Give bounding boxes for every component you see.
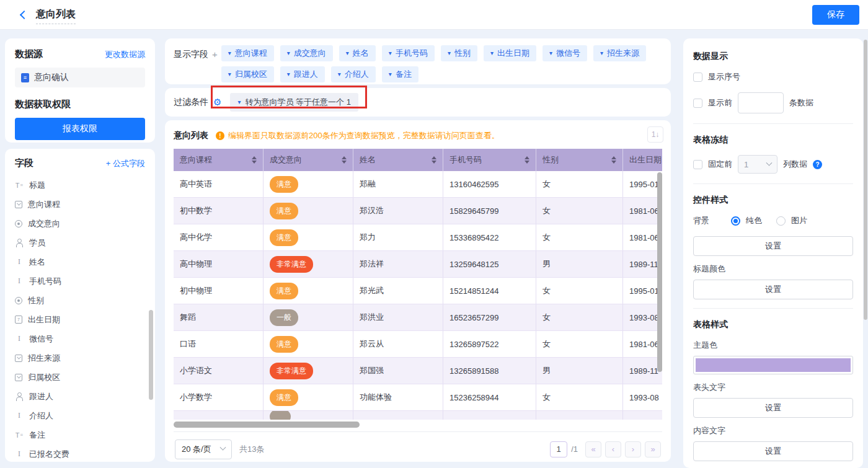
field-label: 手机号码 [29,276,61,287]
column-header-name[interactable]: 姓名 [353,149,443,171]
cell-gender: 女 [536,331,623,357]
field-item-remark[interactable]: 备注 [15,425,145,444]
display-tag-birthdate[interactable]: ▾出生日期 [484,45,536,61]
field-item-campus[interactable]: 归属校区 [15,368,145,387]
sort-arrows-icon[interactable] [525,156,529,164]
table-horizontal-scrollbar[interactable] [174,422,360,428]
field-item-birthdate[interactable]: 出生日期 [15,310,145,329]
tag-label: 性别 [454,48,471,59]
display-tag-remark[interactable]: ▾备注 [382,66,418,82]
cell-gender: 女 [536,224,623,250]
title-field-icon [15,181,24,190]
field-item-title[interactable]: 标题 [15,175,145,195]
display-tag-name[interactable]: ▾姓名 [339,45,376,61]
table-row: 高中物理 非常满意 郑法祥 13259648125 男 1989-11 [174,251,662,278]
field-label: 招生来源 [28,353,60,364]
field-label: 意向课程 [28,199,60,210]
add-display-field-button[interactable]: + [212,49,218,77]
row-limit-input[interactable] [738,92,784,113]
first-page-button[interactable]: « [585,441,601,457]
current-page-input[interactable]: 1 [550,441,567,457]
freeze-count-select[interactable]: 1 [738,155,777,174]
last-page-button[interactable]: » [645,441,661,457]
sort-arrows-icon[interactable] [342,156,347,164]
input-field-icon [15,450,24,459]
background-set-button[interactable]: 设置 [693,236,853,256]
prev-page-button[interactable]: ‹ [605,441,621,457]
column-header-birthdate[interactable]: 出生日期 [623,149,662,171]
tag-label: 成交意向 [294,48,326,59]
next-page-button[interactable]: › [625,441,641,457]
column-header-gender[interactable]: 性别 [536,149,623,171]
display-tag-intent-course[interactable]: ▾意向课程 [221,45,274,61]
page-total-text: /1 [571,444,578,454]
fields-scrollbar[interactable] [149,310,153,400]
table-viewport: 意向课程 成交意向 姓名 手机号码 性别 出生日期 高中英语 满意 郑融 131… [174,149,662,420]
table-row: 初中数学 满意 郑汉浩 15829645799 女 1981-06 [174,198,662,224]
column-header-phone[interactable]: 手机号码 [443,149,536,171]
theme-color-picker[interactable] [693,356,853,374]
field-item-phone[interactable]: 手机号码 [15,272,145,291]
table-row-partial [174,411,662,420]
settings-scrollbar[interactable] [864,40,867,320]
field-item-referrer[interactable]: 介绍人 [15,406,145,425]
column-header-intent[interactable]: 成交意向 [264,149,353,171]
freeze-title: 表格冻结 [693,135,853,146]
solid-color-radio[interactable] [731,216,740,226]
sort-arrows-icon[interactable] [611,156,616,164]
image-radio[interactable] [776,216,786,226]
warning-text: 编辑界面只取数据源前200条作为查询数据预览，完整数据请访问页面查看。 [228,130,500,141]
display-tag-deal-intent[interactable]: ▾成交意向 [280,45,333,61]
field-item-wechat[interactable]: 微信号 [15,329,145,348]
caret-down-icon: ▾ [600,50,603,56]
display-tag-wechat[interactable]: ▾微信号 [542,45,587,61]
cell-birthdate: 1981-06 [623,224,662,250]
field-item-deal-intent[interactable]: 成交意向 [15,214,145,233]
display-tag-campus[interactable]: ▾归属校区 [221,66,274,82]
show-first-checkbox[interactable] [693,99,702,108]
tag-label: 姓名 [353,48,369,59]
page-size-select[interactable]: 20 条/页 [175,439,232,459]
sort-order-icon[interactable]: 1↓ [647,126,663,143]
sort-arrows-icon[interactable] [252,156,257,164]
tag-label: 意向课程 [235,48,267,59]
cell-gender: 男 [536,251,623,277]
sort-arrows-icon[interactable] [432,156,436,164]
content-text-set-button[interactable]: 设置 [693,441,853,461]
save-button[interactable]: 保存 [812,5,859,25]
display-tag-phone[interactable]: ▾手机号码 [382,45,435,61]
display-tag-referrer[interactable]: ▾介绍人 [331,66,376,82]
show-index-checkbox[interactable] [693,73,702,82]
datasource-item[interactable]: ≡ 意向确认 [15,68,145,87]
field-item-name[interactable]: 姓名 [15,252,145,272]
caret-down-icon: ▾ [228,50,231,56]
display-tag-source[interactable]: ▾招生来源 [593,45,646,61]
permission-title: 数据获取权限 [15,99,145,110]
display-tag-gender[interactable]: ▾性别 [441,45,477,61]
cell-intent: 满意 [264,331,353,357]
title-color-set-button[interactable]: 设置 [693,280,853,299]
report-permission-button[interactable]: 报表权限 [15,118,145,140]
gear-icon[interactable]: ⚙ [213,97,221,108]
field-item-intent-course[interactable]: 意向课程 [15,195,145,214]
field-item-student[interactable]: 学员 [15,233,145,252]
change-datasource-link[interactable]: 更改数据源 [105,49,145,60]
add-formula-field-link[interactable]: + 公式字段 [106,158,145,169]
top-bar: 意向列表 保存 [0,0,868,30]
column-header-course[interactable]: 意向课程 [174,149,264,171]
field-item-gender[interactable]: 性别 [15,291,145,310]
column-label: 出生日期 [629,154,662,166]
table-vertical-scrollbar[interactable] [657,172,662,372]
radio-field-icon [15,220,22,227]
back-icon[interactable] [20,11,29,19]
display-tag-follower[interactable]: ▾跟进人 [280,66,325,82]
field-item-follower[interactable]: 跟进人 [15,387,145,406]
field-item-source[interactable]: 招生来源 [15,348,145,368]
header-text-set-button[interactable]: 设置 [693,398,853,418]
help-icon[interactable]: ? [813,160,822,169]
cell-intent: 满意 [264,224,353,250]
freeze-checkbox[interactable] [693,160,702,169]
filter-condition-tag[interactable]: ▾转为意向学员 等于任意一个 1 [230,93,358,112]
intent-badge [270,411,291,420]
field-item-paid[interactable]: 已报名交费 [15,444,145,462]
